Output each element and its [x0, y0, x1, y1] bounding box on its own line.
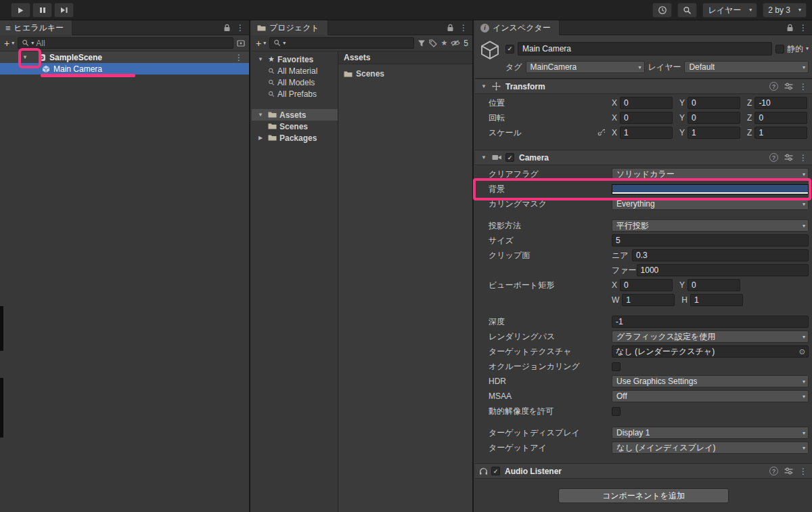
preset-icon[interactable]: [784, 467, 793, 475]
audio-listener-component-header[interactable]: ✓ Audio Listener ? ⋮: [475, 463, 812, 479]
spacer: [475, 211, 812, 218]
camera-enabled-checkbox[interactable]: ✓: [505, 153, 514, 162]
hidden-eye-icon[interactable]: [451, 39, 460, 47]
depth-field[interactable]: -1: [612, 316, 809, 328]
preset-icon[interactable]: [784, 154, 793, 161]
tab-hierarchy[interactable]: ≡ ヒエラルキー: [0, 20, 72, 35]
scale-y-field[interactable]: 1: [687, 127, 740, 139]
lock-icon[interactable]: [786, 24, 794, 32]
foldout-open-icon[interactable]: ▼: [479, 84, 489, 89]
transform-component-header[interactable]: ▼ Transform ? ⋮: [475, 79, 812, 94]
tree-item-packages[interactable]: ▶ Packages: [252, 132, 338, 144]
layout-dropdown[interactable]: 2 by 3 ▾: [763, 3, 807, 18]
viewport-w-field[interactable]: 1: [622, 294, 675, 306]
occlusion-checkbox[interactable]: [612, 362, 621, 371]
hierarchy-add-button[interactable]: + ▾: [4, 39, 14, 48]
undo-history-button[interactable]: [652, 3, 672, 18]
target-eye-dropdown[interactable]: なし (メインディスプレイ)▾: [612, 442, 809, 454]
kebab-menu-icon[interactable]: ⋮: [459, 23, 468, 33]
foldout-open-icon[interactable]: ▼: [256, 112, 265, 118]
viewport-y-field[interactable]: 0: [687, 279, 740, 291]
foldout-open-icon[interactable]: ▼: [479, 155, 489, 161]
project-add-button[interactable]: + ▾: [256, 39, 266, 48]
project-folder-tree: ▼ ★ Favorites All Material All Models: [252, 51, 338, 512]
global-search-button[interactable]: [677, 3, 697, 18]
tab-inspector[interactable]: i インスペクター: [475, 20, 560, 35]
rotation-y-field[interactable]: 0: [687, 112, 740, 124]
projection-dropdown[interactable]: 平行投影▾: [612, 219, 809, 232]
kebab-menu-icon[interactable]: ⋮: [799, 23, 807, 33]
size-field[interactable]: 5: [612, 234, 809, 247]
hdr-value: Use Graphics Settings: [616, 377, 697, 386]
help-icon[interactable]: ?: [769, 82, 778, 91]
culling-mask-dropdown[interactable]: Everything▾: [612, 198, 809, 210]
foldout-open-icon[interactable]: ▼: [20, 55, 30, 60]
help-icon[interactable]: ?: [769, 467, 778, 475]
tree-item-all-prefabs[interactable]: All Prefabs: [252, 88, 338, 100]
preset-icon[interactable]: [784, 83, 793, 90]
kebab-menu-icon[interactable]: ⋮: [799, 153, 807, 163]
position-x-field[interactable]: 0: [620, 97, 673, 109]
scale-z-field[interactable]: 1: [754, 127, 807, 139]
gameobject-name-field[interactable]: [518, 42, 772, 56]
audio-listener-enabled-checkbox[interactable]: ✓: [491, 467, 500, 475]
step-button[interactable]: [54, 3, 74, 18]
tab-project[interactable]: プロジェクト: [252, 20, 328, 35]
tree-item-assets[interactable]: ▼ Assets: [252, 109, 338, 121]
tree-item-favorites[interactable]: ▼ ★ Favorites: [252, 54, 338, 65]
hierarchy-search-input[interactable]: ▾ All: [18, 37, 233, 49]
rotation-x-field[interactable]: 0: [620, 112, 673, 124]
target-texture-object-field[interactable]: なし (レンダーテクスチャ)⊙: [612, 345, 809, 358]
background-color-swatch[interactable]: [612, 184, 809, 194]
lock-icon[interactable]: [223, 24, 231, 32]
kebab-menu-icon[interactable]: ⋮: [799, 82, 807, 91]
position-z-field[interactable]: -10: [754, 97, 807, 109]
scale-x-field[interactable]: 1: [620, 127, 673, 139]
viewport-h-field[interactable]: 1: [690, 294, 743, 306]
play-button[interactable]: [11, 3, 30, 18]
hierarchy-row-main-camera[interactable]: Main Camera: [0, 63, 249, 74]
rendering-path-dropdown[interactable]: グラフィックス設定を使用▾: [612, 330, 809, 343]
search-icon: [683, 6, 692, 15]
kebab-menu-icon[interactable]: ⋮: [235, 53, 243, 62]
far-field[interactable]: 1000: [637, 264, 809, 276]
dynamic-resolution-checkbox[interactable]: [612, 407, 621, 416]
tree-item-scenes[interactable]: Scenes: [252, 121, 338, 132]
layers-dropdown[interactable]: レイヤー ▾: [702, 3, 757, 18]
pause-button[interactable]: [32, 3, 52, 18]
add-component-area: コンポーネントを追加: [475, 479, 812, 503]
asset-item-scenes[interactable]: Scenes: [338, 68, 472, 80]
add-component-button[interactable]: コンポーネントを追加: [558, 488, 729, 503]
near-field[interactable]: 0.3: [632, 249, 809, 261]
foldout-closed-icon[interactable]: ▶: [256, 135, 265, 141]
project-search-input[interactable]: ▾: [269, 37, 414, 49]
gameobject-enabled-checkbox[interactable]: ✓: [505, 45, 514, 54]
tree-item-all-models[interactable]: All Models: [252, 77, 338, 88]
chevron-down-icon[interactable]: ▾: [806, 46, 809, 51]
clear-flags-dropdown[interactable]: ソリッドカラー▾: [612, 168, 809, 180]
camera-component-header[interactable]: ▼ ✓ Camera ? ⋮: [475, 150, 812, 165]
hierarchy-row-scene[interactable]: ▼ SampleScene ⋮: [0, 51, 249, 63]
msaa-dropdown[interactable]: Off▾: [612, 390, 809, 402]
lock-icon[interactable]: [447, 24, 454, 32]
hdr-dropdown[interactable]: Use Graphics Settings▾: [612, 375, 809, 387]
viewport-x-field[interactable]: 0: [620, 279, 673, 291]
target-display-dropdown[interactable]: Display 1▾: [612, 427, 809, 439]
search-by-label-icon[interactable]: [429, 39, 437, 47]
layer-dropdown[interactable]: Default ▾: [684, 61, 809, 73]
static-checkbox[interactable]: [775, 45, 784, 54]
link-constraint-icon[interactable]: [597, 129, 605, 136]
object-picker-icon[interactable]: ⊙: [799, 348, 805, 356]
save-search-star-icon[interactable]: ★: [441, 39, 447, 47]
tree-item-all-material[interactable]: All Material: [252, 65, 338, 77]
rotation-z-field[interactable]: 0: [754, 112, 807, 124]
kebab-menu-icon[interactable]: ⋮: [236, 23, 244, 33]
kebab-menu-icon[interactable]: ⋮: [799, 467, 807, 476]
tag-dropdown[interactable]: MainCamera ▾: [526, 61, 645, 73]
help-icon[interactable]: ?: [769, 153, 778, 162]
search-picker-icon[interactable]: [237, 39, 245, 47]
foldout-open-icon[interactable]: ▼: [256, 57, 265, 62]
position-y-field[interactable]: 0: [687, 97, 740, 109]
search-by-type-icon[interactable]: [418, 39, 426, 47]
static-toggle-group[interactable]: 静的 ▾: [775, 43, 809, 55]
